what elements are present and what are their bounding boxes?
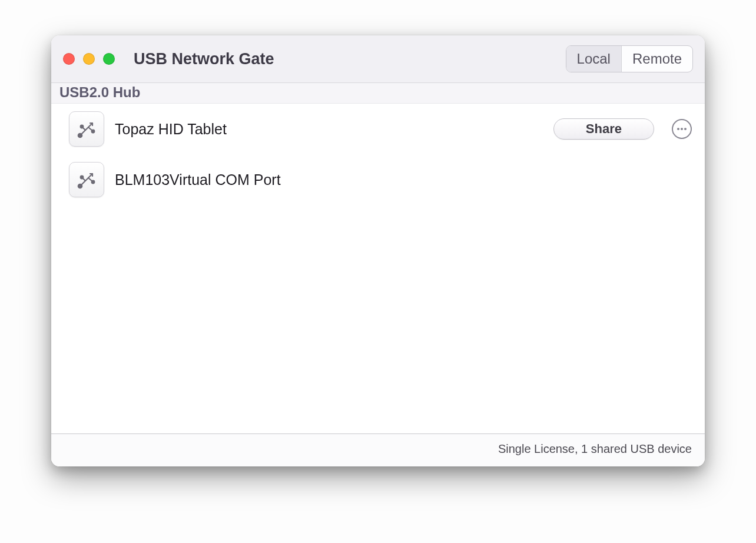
app-window: USB Network Gate Local Remote USB2.0 Hub bbox=[51, 35, 705, 466]
share-button[interactable]: Share bbox=[553, 118, 654, 140]
device-name-label: BLM103Virtual COM Port bbox=[115, 171, 281, 188]
svg-point-1 bbox=[81, 125, 84, 128]
tab-remote[interactable]: Remote bbox=[621, 46, 692, 72]
mode-segmented-control: Local Remote bbox=[566, 45, 693, 72]
svg-point-3 bbox=[677, 128, 679, 130]
device-list: Topaz HID Tablet Share bbox=[51, 104, 705, 433]
window-title: USB Network Gate bbox=[134, 50, 274, 68]
svg-point-4 bbox=[681, 128, 683, 130]
close-window-button[interactable] bbox=[63, 53, 75, 65]
svg-point-8 bbox=[92, 181, 95, 184]
tab-local[interactable]: Local bbox=[566, 46, 621, 72]
usb-device-icon bbox=[69, 162, 104, 197]
device-row[interactable]: Topaz HID Tablet Share bbox=[51, 104, 705, 154]
status-bar: Single License, 1 shared USB device bbox=[51, 433, 705, 466]
window-controls bbox=[63, 53, 115, 65]
svg-point-5 bbox=[684, 128, 687, 130]
minimize-window-button[interactable] bbox=[83, 53, 95, 65]
more-options-button[interactable] bbox=[672, 119, 692, 139]
device-name-label: Topaz HID Tablet bbox=[115, 121, 227, 138]
ellipsis-icon bbox=[677, 127, 687, 131]
hub-section-header: USB2.0 Hub bbox=[51, 83, 705, 104]
usb-device-icon bbox=[69, 111, 104, 147]
device-row[interactable]: BLM103Virtual COM Port bbox=[51, 154, 705, 205]
svg-point-7 bbox=[81, 176, 84, 179]
svg-point-2 bbox=[92, 130, 95, 133]
zoom-window-button[interactable] bbox=[103, 53, 115, 65]
titlebar: USB Network Gate Local Remote bbox=[51, 35, 705, 83]
